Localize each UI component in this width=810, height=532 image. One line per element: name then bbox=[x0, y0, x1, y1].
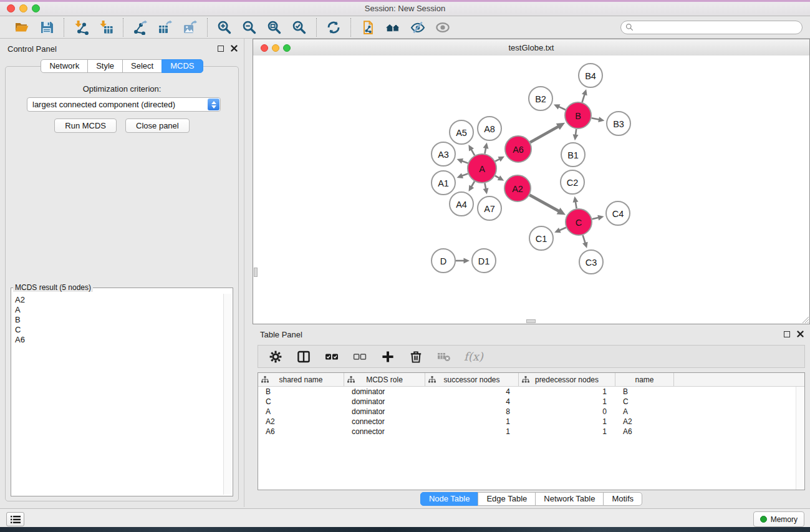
edge-A-A7[interactable] bbox=[485, 183, 486, 189]
tab-mcds[interactable]: MCDS bbox=[162, 59, 203, 73]
mcds-result-item[interactable]: A2 bbox=[15, 295, 221, 305]
edge-C-C2[interactable] bbox=[576, 201, 577, 208]
checks-off-icon[interactable] bbox=[352, 349, 368, 365]
node-C[interactable]: C bbox=[566, 209, 592, 235]
node-A1[interactable]: A1 bbox=[432, 171, 455, 195]
export-network-icon[interactable] bbox=[132, 19, 149, 36]
task-history-button[interactable] bbox=[6, 512, 24, 526]
search-input[interactable] bbox=[637, 22, 798, 32]
table-tab-edge-table[interactable]: Edge Table bbox=[478, 492, 536, 506]
column-header-shared-name[interactable]: shared name bbox=[258, 373, 344, 386]
table-tab-motifs[interactable]: Motifs bbox=[603, 492, 642, 506]
export-table-icon[interactable] bbox=[157, 19, 174, 36]
node-C4[interactable]: C4 bbox=[606, 201, 630, 225]
tab-select[interactable]: Select bbox=[122, 59, 162, 73]
edge-A-A1[interactable] bbox=[462, 173, 468, 176]
float-table-panel-icon[interactable] bbox=[784, 331, 790, 337]
delete-table-icon[interactable] bbox=[436, 349, 452, 365]
table-row[interactable]: A6connector11A6 bbox=[258, 427, 804, 437]
refresh-icon[interactable] bbox=[325, 19, 342, 36]
left-splitter-handle[interactable] bbox=[254, 268, 258, 277]
node-A7[interactable]: A7 bbox=[478, 196, 501, 220]
gear-icon[interactable] bbox=[268, 349, 284, 365]
close-table-panel-icon[interactable] bbox=[797, 331, 804, 337]
edge-A-A4[interactable] bbox=[471, 181, 475, 187]
table-tab-network-table[interactable]: Network Table bbox=[535, 492, 604, 506]
node-A4[interactable]: A4 bbox=[450, 192, 473, 216]
table-row[interactable]: Cdominator41C bbox=[258, 397, 804, 407]
export-image-icon[interactable] bbox=[181, 19, 199, 36]
node-A8[interactable]: A8 bbox=[478, 117, 501, 140]
zoom-out-icon[interactable] bbox=[241, 19, 258, 36]
edge-A-A6[interactable] bbox=[495, 159, 499, 162]
edge-A-A5[interactable] bbox=[471, 149, 475, 155]
table-row[interactable]: Bdominator41B bbox=[258, 387, 804, 397]
import-network-icon[interactable] bbox=[72, 19, 90, 36]
hide-graphics-eye-icon[interactable] bbox=[409, 19, 427, 36]
mcds-list-scrollbar[interactable] bbox=[223, 294, 232, 495]
first-neighbors-icon[interactable] bbox=[384, 19, 402, 36]
mcds-result-item[interactable]: A bbox=[15, 305, 221, 315]
mcds-result-item[interactable]: C bbox=[15, 325, 221, 335]
node-B2[interactable]: B2 bbox=[529, 87, 552, 110]
column-header-name[interactable]: name bbox=[615, 373, 674, 386]
memory-button[interactable]: Memory bbox=[753, 511, 804, 527]
criterion-select[interactable]: largest connected component (directed) bbox=[27, 97, 221, 112]
checks-on-icon[interactable] bbox=[324, 349, 340, 365]
edge-C-C3[interactable] bbox=[583, 235, 586, 243]
save-icon[interactable] bbox=[38, 19, 55, 36]
node-A3[interactable]: A3 bbox=[432, 142, 455, 166]
run-mcds-button[interactable]: Run MCDS bbox=[54, 118, 117, 133]
mcds-result-item[interactable]: A6 bbox=[15, 335, 221, 345]
node-A2[interactable]: A2 bbox=[504, 175, 531, 201]
network-canvas[interactable]: B4B2BB3A8A5A6A3B1AA1C2A2A4A7C4CC1DD1C3 bbox=[253, 56, 809, 324]
add-icon[interactable] bbox=[380, 349, 396, 365]
column-header-successor-nodes[interactable]: successor nodes bbox=[425, 373, 519, 386]
bottom-splitter-handle[interactable] bbox=[526, 319, 536, 323]
node-B3[interactable]: B3 bbox=[607, 112, 630, 135]
node-A5[interactable]: A5 bbox=[450, 120, 473, 144]
edge-A2-C[interactable] bbox=[529, 195, 559, 211]
import-table-icon[interactable] bbox=[97, 19, 115, 36]
edge-A-A8[interactable] bbox=[485, 148, 486, 153]
node-C2[interactable]: C2 bbox=[561, 170, 584, 194]
table-tab-node-table[interactable]: Node Table bbox=[420, 492, 479, 506]
float-panel-icon[interactable] bbox=[218, 46, 224, 52]
tab-style[interactable]: Style bbox=[87, 59, 123, 73]
edge-B-B2[interactable] bbox=[559, 107, 566, 110]
show-eye-icon[interactable] bbox=[434, 19, 451, 36]
resize-grip-icon[interactable] bbox=[800, 314, 809, 323]
edge-A6-B[interactable] bbox=[530, 127, 558, 143]
split-columns-icon[interactable] bbox=[296, 349, 312, 365]
node-B1[interactable]: B1 bbox=[561, 143, 585, 167]
zoom-in-icon[interactable] bbox=[216, 19, 233, 36]
edge-C-C1[interactable] bbox=[559, 228, 566, 231]
edge-B-B1[interactable] bbox=[576, 129, 576, 135]
edge-B-B4[interactable] bbox=[582, 94, 585, 102]
edge-A-A2[interactable] bbox=[495, 176, 499, 178]
node-C1[interactable]: C1 bbox=[529, 226, 553, 250]
zoom-fit-icon[interactable] bbox=[266, 19, 283, 36]
node-D[interactable]: D bbox=[432, 249, 455, 273]
edge-C-C4[interactable] bbox=[592, 218, 599, 219]
edge-A-A3[interactable] bbox=[462, 161, 468, 163]
table-row[interactable]: Adominator80A bbox=[258, 407, 804, 417]
column-header-predecessor-nodes[interactable]: predecessor nodes bbox=[519, 373, 615, 386]
table-row[interactable]: A2connector11A2 bbox=[258, 417, 804, 427]
search-box[interactable] bbox=[620, 21, 803, 34]
node-B[interactable]: B bbox=[565, 102, 591, 128]
mcds-result-item[interactable]: B bbox=[15, 315, 221, 325]
table-scrollbar[interactable] bbox=[796, 387, 804, 490]
column-header-MCDS-role[interactable]: MCDS role bbox=[344, 373, 425, 386]
edge-B-B3[interactable] bbox=[592, 118, 600, 120]
new-network-selection-icon[interactable] bbox=[359, 19, 377, 36]
node-B4[interactable]: B4 bbox=[579, 64, 602, 87]
node-A[interactable]: A bbox=[468, 154, 496, 183]
close-panel-icon[interactable] bbox=[231, 45, 238, 52]
close-panel-button[interactable]: Close panel bbox=[125, 118, 190, 133]
zoom-selected-icon[interactable] bbox=[291, 19, 308, 36]
node-D1[interactable]: D1 bbox=[472, 249, 496, 273]
tab-network[interactable]: Network bbox=[41, 59, 88, 73]
node-C3[interactable]: C3 bbox=[579, 250, 603, 274]
trash-icon[interactable] bbox=[408, 349, 424, 365]
